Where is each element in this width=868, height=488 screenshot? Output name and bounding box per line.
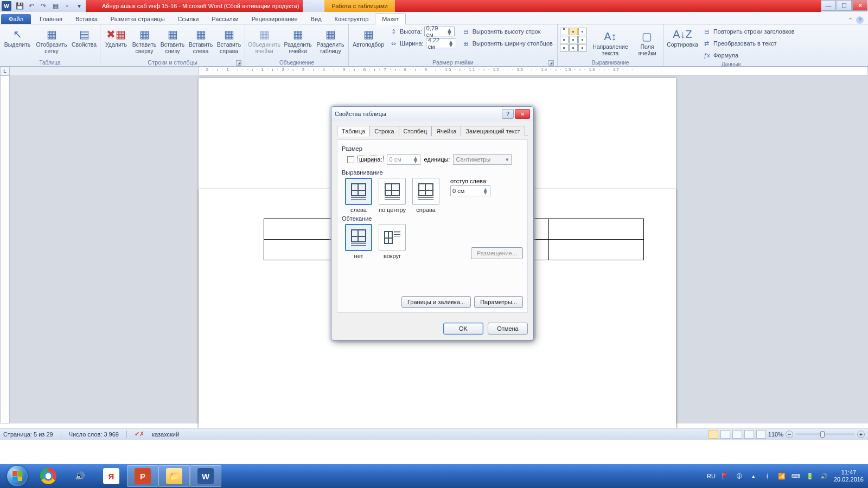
volume-icon[interactable]: 🔊 xyxy=(820,472,828,480)
task-powerpoint[interactable]: P xyxy=(127,465,158,487)
properties-button[interactable]: ▤Свойства xyxy=(71,25,98,49)
keyboard-icon[interactable]: ⌨ xyxy=(792,472,800,480)
ruler-corner[interactable]: L xyxy=(0,67,10,75)
dialog-titlebar[interactable]: Свойства таблицы ? ✕ xyxy=(331,107,533,121)
dialog-tab-column[interactable]: Столбец xyxy=(399,126,432,136)
tray-lang[interactable]: RU xyxy=(707,473,716,479)
tray-chevron-icon[interactable]: ▴ xyxy=(749,472,758,480)
horizontal-ruler[interactable]: · 2 · ı · 1 · ı · · ı · 1 · ı · 2 · ı · … xyxy=(199,67,868,75)
dialog-tab-row[interactable]: Строка xyxy=(369,126,399,136)
tab-references[interactable]: Ссылки xyxy=(171,14,206,24)
task-chrome[interactable] xyxy=(33,465,64,487)
battery-icon[interactable]: 🔋 xyxy=(806,472,814,480)
tab-layout[interactable]: Макет xyxy=(375,14,406,24)
cell-margins-button[interactable]: ▢Поля ячейки xyxy=(634,28,661,58)
view-fullscreen[interactable] xyxy=(720,430,730,439)
align-center-option[interactable]: по центру xyxy=(379,178,406,213)
delete-button[interactable]: ✖▦Удалить xyxy=(103,25,130,49)
tab-home[interactable]: Главная xyxy=(33,14,69,24)
width-input[interactable]: 4,22 см▲▼ xyxy=(426,38,456,48)
tab-view[interactable]: Вид xyxy=(304,14,328,24)
task-yandex[interactable]: Я xyxy=(95,465,127,487)
maximize-button[interactable]: ☐ xyxy=(837,0,852,11)
flag-icon[interactable]: 🚩 xyxy=(721,472,730,480)
align-br[interactable] xyxy=(578,44,587,52)
tab-insert[interactable]: Вставка xyxy=(69,14,104,24)
proofing-icon[interactable]: ✔✗ xyxy=(135,431,144,438)
distribute-cols-button[interactable]: ⊞Выровнять ширину столбцов xyxy=(459,37,555,49)
zoom-slider[interactable] xyxy=(795,433,855,435)
dialog-tab-table[interactable]: Таблица xyxy=(337,126,370,137)
dialog-tab-cell[interactable]: Ячейка xyxy=(431,126,461,136)
task-word[interactable]: W xyxy=(190,465,221,487)
zoom-level[interactable]: 110% xyxy=(768,431,783,438)
split-table-button[interactable]: ▦Разделить таблицу xyxy=(315,25,346,56)
ribbon-minimize-icon[interactable]: ⌃ xyxy=(848,17,853,24)
network-icon[interactable]: 📶 xyxy=(777,472,786,480)
dialog-launcher-icon[interactable]: ◢ xyxy=(236,60,241,66)
undo-icon[interactable]: ↶ xyxy=(27,2,36,10)
formula-button[interactable]: ƒxФормула xyxy=(700,49,797,61)
align-right-option[interactable]: справа xyxy=(412,178,439,213)
view-outline[interactable] xyxy=(744,430,754,439)
tab-design[interactable]: Конструктор xyxy=(328,14,375,24)
insert-above-button[interactable]: ▦Вставить сверху xyxy=(131,25,158,56)
task-explorer[interactable]: 📁 xyxy=(158,465,190,487)
align-tr[interactable] xyxy=(578,28,587,35)
redo-icon[interactable]: ↷ xyxy=(39,2,48,10)
dialog-tab-alttext[interactable]: Замещающий текст xyxy=(461,126,525,136)
cancel-button[interactable]: Отмена xyxy=(488,323,528,335)
convert-text-button[interactable]: ⇄Преобразовать в текст xyxy=(700,37,797,49)
align-mr[interactable] xyxy=(578,36,587,43)
qat-new-icon[interactable]: ▫ xyxy=(63,2,72,10)
align-mc[interactable] xyxy=(569,36,578,43)
height-input[interactable]: 0,79 см▲▼ xyxy=(424,27,455,36)
tab-mailings[interactable]: Рассылки xyxy=(205,14,245,24)
units-combo[interactable]: Сантиметры▾ xyxy=(453,154,512,165)
qat-more-icon[interactable]: ▾ xyxy=(75,2,84,10)
zoom-in-button[interactable]: + xyxy=(857,431,865,438)
close-button[interactable]: ✕ xyxy=(852,0,867,11)
align-bc[interactable] xyxy=(569,44,578,52)
select-button[interactable]: ↖Выделить xyxy=(2,25,33,49)
help-icon[interactable]: ? xyxy=(856,16,864,24)
vertical-ruler[interactable] xyxy=(0,75,10,423)
autofit-button[interactable]: ▦Автоподбор xyxy=(351,25,386,49)
zoom-out-button[interactable]: − xyxy=(786,431,793,438)
insert-below-button[interactable]: ▦Вставить снизу xyxy=(159,25,186,56)
status-language[interactable]: казахский xyxy=(152,431,179,438)
distribute-rows-button[interactable]: ⊟Выровнять высоту строк xyxy=(459,25,555,37)
bluetooth-icon[interactable]: ᚼ xyxy=(763,472,772,480)
ok-button[interactable]: OK xyxy=(443,323,483,335)
width-spinner[interactable]: 0 см▲▼ xyxy=(387,154,420,165)
align-bl[interactable] xyxy=(560,44,569,52)
status-page[interactable]: Страница: 5 из 29 xyxy=(3,431,53,438)
split-cells-button[interactable]: ▦Разделить ячейки xyxy=(282,25,314,56)
minimize-button[interactable]: — xyxy=(821,0,836,11)
borders-shading-button[interactable]: Границы и заливка... xyxy=(401,296,471,308)
repeat-header-button[interactable]: ⊟Повторить строки заголовков xyxy=(700,25,797,37)
dialog-close-button[interactable]: ✕ xyxy=(515,109,530,119)
wrap-around-option[interactable]: вокруг xyxy=(379,224,406,259)
wrap-none-option[interactable]: нет xyxy=(345,224,372,259)
align-tc[interactable] xyxy=(569,28,578,35)
indent-spinner[interactable]: 0 см▲▼ xyxy=(450,185,490,196)
dialog-help-button[interactable]: ? xyxy=(502,109,514,119)
view-web[interactable] xyxy=(732,430,742,439)
align-left-option[interactable]: слева xyxy=(345,178,372,213)
task-sound[interactable]: 🔊 xyxy=(64,465,95,487)
width-checkbox[interactable] xyxy=(347,156,354,163)
view-gridlines-button[interactable]: ▦Отобразить сетку xyxy=(34,25,69,56)
qat-icon[interactable]: ▦ xyxy=(51,2,60,10)
save-icon[interactable]: 💾 xyxy=(15,2,24,10)
view-print-layout[interactable] xyxy=(709,430,718,439)
status-words[interactable]: Число слов: 3 969 xyxy=(69,431,119,438)
action-center-icon[interactable]: 🛈 xyxy=(735,472,744,480)
text-direction-button[interactable]: A↕Направление текста xyxy=(591,28,629,58)
tab-pagelayout[interactable]: Разметка страницы xyxy=(104,14,171,24)
tab-file[interactable]: Файл xyxy=(1,14,31,24)
view-draft[interactable] xyxy=(756,430,766,439)
sort-button[interactable]: A↓ZСортировка xyxy=(666,25,699,49)
insert-right-button[interactable]: ▦Вставить справа xyxy=(215,25,242,56)
options-button[interactable]: Параметры... xyxy=(474,296,523,308)
